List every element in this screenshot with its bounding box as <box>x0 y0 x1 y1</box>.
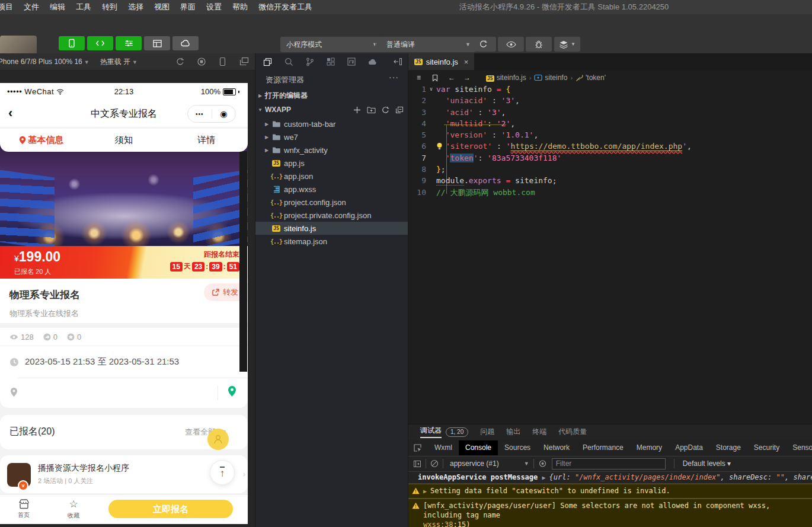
sidebar-toggle-icon[interactable] <box>413 460 421 468</box>
signup-now-button[interactable]: 立即报名 <box>108 500 233 518</box>
restart-icon[interactable] <box>175 57 185 66</box>
collapse-all-icon[interactable] <box>395 106 404 114</box>
menu-11[interactable]: 微信开发者工具 <box>253 2 318 12</box>
panel-tab-代码质量[interactable]: 代码质量 <box>554 424 592 440</box>
code-line-6[interactable]: 6'siteroot' : 'https://demo.ttbobo.com/a… <box>408 140 812 152</box>
code-line-3[interactable]: 3 'acid' : '3', <box>408 107 812 118</box>
source-control-icon[interactable] <box>306 58 314 66</box>
devtools-tab-Network[interactable]: Network <box>537 440 576 455</box>
miniprogram-promo-card[interactable]: v 播播资源大学报名小程序 2 场活动 | 0 人关注 ↑ › <box>0 455 248 493</box>
hot-reload-toggle[interactable]: 热重载 开▼ <box>100 57 138 67</box>
back-arrow-icon[interactable]: ← <box>448 74 455 82</box>
location-row[interactable] <box>0 378 248 408</box>
filter-input[interactable] <box>552 458 666 469</box>
menu-3[interactable]: 编辑 <box>44 2 71 12</box>
bookmark-icon[interactable] <box>431 74 439 82</box>
devtools-tab-Sensor[interactable]: Sensor <box>786 440 812 455</box>
file-project.private.config.json[interactable]: ▶{..}project.private.config.json <box>255 209 408 222</box>
console-log[interactable]: invokeAppService postMessage ▶ {url: "/w… <box>408 471 812 484</box>
console-warning[interactable]: [wnfx_activity/pages/user/user] Some sel… <box>408 499 812 527</box>
menu-6[interactable]: 选择 <box>123 2 149 12</box>
inspect-element-icon[interactable] <box>413 443 422 452</box>
file-we7[interactable]: ▶we7 <box>255 130 408 143</box>
files-icon[interactable] <box>263 58 272 66</box>
editor-tab-siteinfo[interactable]: JS siteinfo.js × <box>408 53 474 70</box>
devtools-tab-Performance[interactable]: Performance <box>576 440 630 455</box>
map-pin-icon[interactable] <box>227 385 237 398</box>
devtools-tab-Security[interactable]: Security <box>747 440 786 455</box>
devtools-tab-Console[interactable]: Console <box>459 440 498 455</box>
home-tab[interactable]: 首页 <box>6 499 41 519</box>
code-line-1[interactable]: 1∨var siteinfo = { <box>408 84 812 95</box>
menu-8[interactable]: 界面 <box>175 2 201 12</box>
npm-icon[interactable] <box>347 58 356 66</box>
live-expression-icon[interactable] <box>538 460 547 467</box>
menu-7[interactable]: 视图 <box>149 2 175 12</box>
compile-mode-select[interactable]: 普通编译▼ <box>381 37 475 52</box>
breadcrumb-item-1[interactable]: JSsiteinfo.js <box>486 74 526 82</box>
code-line-5[interactable]: 5 'version' : '1.0.1', <box>408 129 812 140</box>
menu-5[interactable]: 转到 <box>97 2 123 12</box>
new-file-icon[interactable] <box>353 106 361 114</box>
panel-tab-问题[interactable]: 问题 <box>475 424 499 440</box>
favorite-tab[interactable]: ☆ 收藏 <box>56 499 91 520</box>
open-editors-section[interactable]: ▶ 打开的编辑器 <box>255 89 408 102</box>
menu-2[interactable]: 文件 <box>18 2 44 12</box>
log-levels-select[interactable]: Default levels ▾ <box>674 459 731 468</box>
event-banner-image[interactable] <box>0 139 248 246</box>
forward-arrow-icon[interactable]: → <box>463 74 471 82</box>
tab-详情[interactable]: 详情 <box>165 129 248 152</box>
code-line-4[interactable]: 4 'multiid': '2', <box>408 118 812 129</box>
record-icon[interactable] <box>197 57 206 66</box>
devtools-tab-Memory[interactable]: Memory <box>630 440 669 455</box>
file-project.config.json[interactable]: ▶{..}project.config.json <box>255 196 408 209</box>
search-icon[interactable] <box>284 58 293 66</box>
lightbulb-icon[interactable] <box>436 142 444 150</box>
tab-基本信息[interactable]: 基本信息 <box>0 129 82 152</box>
file-wnfx_activity[interactable]: ▶wnfx_activity <box>255 143 408 156</box>
file-custom-tab-bar[interactable]: ▶custom-tab-bar <box>255 117 408 130</box>
device-select[interactable]: iPhone 6/7/8 Plus 100% 16▼ <box>0 58 89 66</box>
devtools-tab-AppData[interactable]: AppData <box>669 440 709 455</box>
phone-scrollbar[interactable] <box>239 151 247 372</box>
cloud2-icon[interactable] <box>368 58 378 66</box>
console-warning[interactable]: ▶ Setting data field "cateswitch" to und… <box>408 484 812 499</box>
device-frame-icon[interactable] <box>218 57 227 66</box>
menu-10[interactable]: 帮助 <box>227 2 253 12</box>
code-line-8[interactable]: 8}; <box>408 164 812 175</box>
file-app.js[interactable]: ▶JSapp.js <box>255 156 408 170</box>
devtools-tab-Storage[interactable]: Storage <box>709 440 747 455</box>
more-button[interactable]: ••• <box>188 111 212 117</box>
code-line-7[interactable]: 7 'token': '83a5733403f118' <box>408 152 812 164</box>
menu-9[interactable]: 设置 <box>201 2 227 12</box>
close-icon[interactable]: × <box>464 58 469 66</box>
code-line-9[interactable]: 9module.exports = siteinfo; <box>408 175 812 186</box>
new-folder-icon[interactable] <box>367 106 376 114</box>
panel-tab-调试器[interactable]: 调试器1, 20 <box>415 423 473 441</box>
extensions-icon[interactable] <box>327 58 335 66</box>
collapse-panel-icon[interactable] <box>394 58 402 66</box>
file-app.wxss[interactable]: ▶app.wxss <box>255 183 408 196</box>
menu-4[interactable]: 工具 <box>71 2 97 12</box>
windows-icon[interactable] <box>239 57 249 66</box>
refresh-icon[interactable] <box>382 106 389 114</box>
code-line-2[interactable]: 2 'uniacid' : '3', <box>408 95 812 106</box>
devtools-tab-Sources[interactable]: Sources <box>498 440 537 455</box>
breadcrumb-item-2[interactable]: siteinfo <box>534 74 567 82</box>
panel-tab-输出[interactable]: 输出 <box>501 424 525 440</box>
project-root-section[interactable]: ▼ WXAPP <box>255 103 408 116</box>
file-sitemap.json[interactable]: ▶{..}sitemap.json <box>255 235 408 248</box>
more-actions-icon[interactable]: ··· <box>389 72 399 82</box>
mode-select[interactable]: 小程序模式▼ <box>280 37 382 52</box>
tab-须知[interactable]: 须知 <box>82 129 165 152</box>
devtools-tab-Wxml[interactable]: Wxml <box>428 440 459 455</box>
back-to-top-button[interactable]: ↑ <box>210 460 235 485</box>
execution-context-select[interactable]: appservice (#1) <box>450 459 499 468</box>
menu-1[interactable]: 项目 <box>0 2 18 12</box>
list-icon[interactable]: ≡ <box>417 74 421 82</box>
code-area[interactable]: 1∨var siteinfo = {2 'uniacid' : '3',3 'a… <box>408 84 812 198</box>
file-app.json[interactable]: ▶{..}app.json <box>255 170 408 183</box>
close-minibar-button[interactable]: ◉ <box>212 109 236 119</box>
console-messages[interactable]: invokeAppService postMessage ▶ {url: "/w… <box>408 471 812 527</box>
code-line-10[interactable]: 10// 大鹏源码网 wobbt.com <box>408 187 812 198</box>
